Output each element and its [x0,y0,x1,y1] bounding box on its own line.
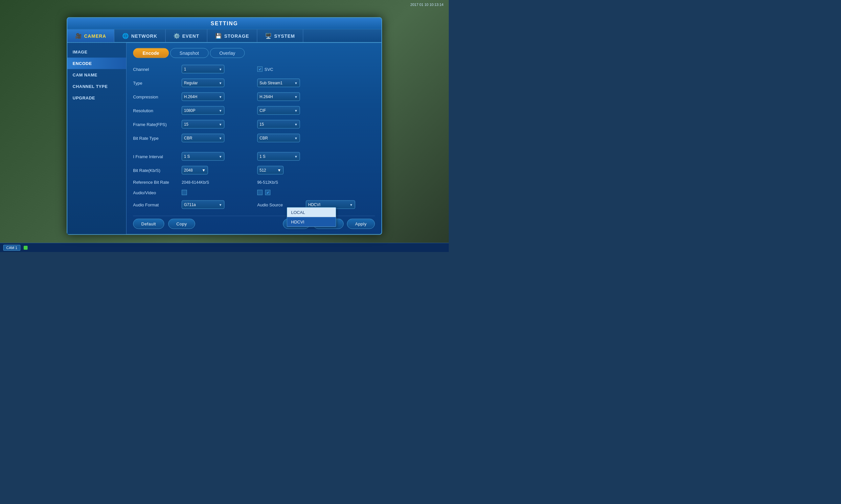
resolution-select-left[interactable]: 1080P ▼ [182,106,224,115]
tab-encode[interactable]: Encode [133,48,169,58]
camera-nav-icon: 🎥 [75,33,82,39]
cam-indicator [24,246,28,250]
sidebar-item-cam-name[interactable]: CAM NAME [67,69,126,81]
i-frame-select-left[interactable]: 1 S ▼ [182,152,224,161]
audio-format-select[interactable]: G711a ▼ [182,200,224,209]
resolution-select-right[interactable]: CIF ▼ [257,106,300,115]
dropdown-option-hdcvi[interactable]: HDCVI [287,217,336,227]
bit-rate-type-select-left[interactable]: CBR ▼ [182,134,224,142]
ref-bit-rate-value-right: 96-512Kb/S [257,180,278,184]
channel-select[interactable]: 1 ▼ [182,65,224,73]
frame-rate-row-right: 15 ▼ [257,119,375,130]
channel-label: Channel [133,67,179,72]
bit-rate-right-arrow: ▼ [277,168,281,173]
i-frame-label: I Frame Interval [133,154,179,159]
channel-select-arrow: ▼ [219,67,222,71]
compression-row-right: H.264H ▼ [257,91,375,103]
compression-select-right[interactable]: H.264H ▼ [257,92,300,101]
frame-rate-row-left: Frame Rate(FPS) 15 ▼ [133,119,251,130]
nav-item-event[interactable]: ⚙️ EVENT [166,30,208,42]
compression-row-left: Compression H.264H ▼ [133,91,251,103]
audio-video-checkbox-right-2[interactable]: ✔ [265,190,270,195]
type-row: Type Regular ▼ [133,77,251,89]
nav-item-network[interactable]: 🌐 NETWORK [114,30,165,42]
audio-video-checkboxes-left [182,190,187,195]
left-action-buttons: Default Copy [133,219,195,229]
audio-format-row: Audio Format G711a ▼ [133,199,251,211]
svc-checkbox[interactable]: ✔ [257,67,262,72]
i-frame-right-arrow: ▼ [294,155,298,158]
bit-rate-select-right[interactable]: 512 ▼ [257,166,284,175]
bit-rate-select-left[interactable]: 2048 ▼ [182,166,208,175]
i-frame-select-right[interactable]: 1 S ▼ [257,152,300,161]
timestamp: 2017 01 10 10:13:14 [410,3,444,6]
sidebar-item-encode[interactable]: ENCODE [67,58,126,69]
type-select-arrow: ▼ [219,81,222,85]
nav-label-system: SYSTEM [274,33,295,38]
sub-tabs: Encode Snapshot Overlay [133,48,375,58]
event-nav-icon: ⚙️ [173,33,181,39]
audio-video-row-left: Audio/Video [133,188,251,197]
frame-rate-right-arrow: ▼ [294,122,298,126]
bit-rate-row-right: 512 ▼ [257,164,375,176]
audio-video-checkbox-right-1[interactable] [257,190,262,195]
resolution-row-right: CIF ▼ [257,105,375,116]
sidebar-item-image[interactable]: IMAGE [67,46,126,58]
audio-video-checkbox-left[interactable] [182,190,187,195]
bit-rate-type-select-right[interactable]: CBR ▼ [257,134,300,142]
nav-label-event: EVENT [182,33,200,38]
settings-dialog: SETTING 🎥 CAMERA 🌐 NETWORK ⚙️ EVENT 💾 ST… [67,17,382,235]
svc-label: SVC [264,67,273,72]
audio-source-arrow: ▼ [349,203,353,206]
tab-snapshot[interactable]: Snapshot [170,48,209,58]
audio-video-row-right: ✔ [257,188,375,197]
ref-bit-rate-label: Reference Bit Rate [133,180,179,185]
svc-row: ✔ SVC [257,63,375,75]
resolution-row-left: Resolution 1080P ▼ [133,105,251,116]
dropdown-option-local[interactable]: LOCAL [287,208,336,217]
sub-stream-select[interactable]: Sub Stream1 ▼ [257,79,300,87]
nav-item-system[interactable]: 🖥️ SYSTEM [257,30,303,42]
sidebar-item-channel-type[interactable]: CHANNEL TYPE [67,81,126,92]
network-nav-icon: 🌐 [122,33,129,39]
status-bar: CAM 1 [0,243,449,252]
main-panel: Encode Snapshot Overlay Channel 1 ▼ [126,43,381,234]
audio-format-label: Audio Format [133,202,179,207]
audio-video-checkboxes-right: ✔ [257,190,270,195]
sub-stream-row: Sub Stream1 ▼ [257,77,375,89]
frame-rate-select-left[interactable]: 15 ▼ [182,120,224,129]
nav-item-camera[interactable]: 🎥 CAMERA [67,30,114,42]
nav-item-storage[interactable]: 💾 STORAGE [207,30,257,42]
system-nav-icon: 🖥️ [265,33,272,39]
bit-rate-left-arrow: ▼ [202,168,206,173]
bit-rate-type-row-left: Bit Rate Type CBR ▼ [133,132,251,144]
compression-select-left[interactable]: H.264H ▼ [182,92,224,101]
i-frame-row-right: 1 S ▼ [257,150,375,162]
frame-rate-select-right[interactable]: 15 ▼ [257,120,300,129]
ref-bit-rate-row-right: 96-512Kb/S [257,178,375,186]
audio-source-label: Audio Source [257,202,303,207]
compression-label: Compression [133,94,179,99]
compression-left-arrow: ▼ [219,95,222,98]
i-frame-row-left: I Frame Interval 1 S ▼ [133,150,251,162]
cam-badge: CAM 1 [3,245,20,251]
resolution-right-arrow: ▼ [294,109,298,112]
content-area: IMAGE ENCODE CAM NAME CHANNEL TYPE UPGRA… [67,43,381,234]
type-select[interactable]: Regular ▼ [182,79,224,87]
default-button[interactable]: Default [133,219,164,229]
bit-rate-type-row-right: CBR ▼ [257,132,375,144]
sidebar-item-upgrade[interactable]: UPGRADE [67,92,126,104]
resolution-label: Resolution [133,108,179,113]
tab-overlay[interactable]: Overlay [210,48,245,58]
top-navigation: 🎥 CAMERA 🌐 NETWORK ⚙️ EVENT 💾 STORAGE 🖥️… [67,30,381,43]
encode-form: Channel 1 ▼ ✔ SVC Type Regula [133,63,375,211]
sub-stream-arrow: ▼ [294,81,298,85]
dialog-title-text: SETTING [210,21,238,26]
apply-button[interactable]: Apply [347,219,375,229]
copy-button[interactable]: Copy [168,219,195,229]
bit-rate-label: Bit Rate(Kb/S) [133,168,179,173]
form-divider [133,146,375,149]
storage-nav-icon: 💾 [215,33,222,39]
frame-rate-left-arrow: ▼ [219,122,222,126]
i-frame-left-arrow: ▼ [219,155,222,158]
